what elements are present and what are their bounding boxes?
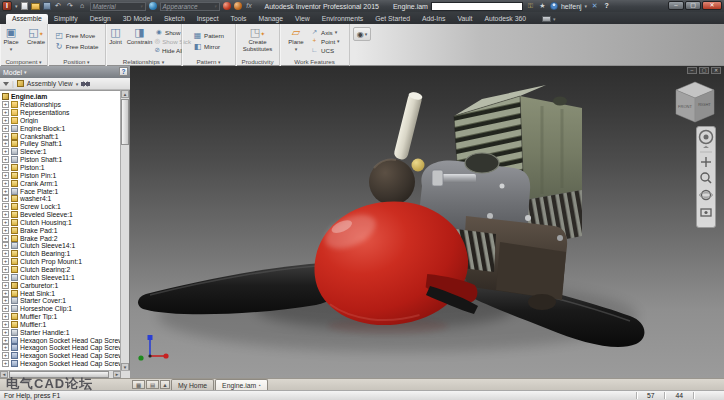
- assembly-view-selector[interactable]: Assembly View: [27, 80, 73, 87]
- ribbon-tab-tools[interactable]: Tools: [225, 14, 253, 24]
- 3d-scene[interactable]: [130, 66, 724, 378]
- redo-icon[interactable]: ↷: [66, 2, 75, 10]
- tree-item[interactable]: +Sleeve:1: [0, 148, 121, 156]
- tile-windows-button[interactable]: ▤: [146, 380, 159, 389]
- tree-expander-icon[interactable]: +: [2, 140, 9, 147]
- help-icon[interactable]: ?: [602, 2, 611, 10]
- panel-label-component[interactable]: Component ▾: [0, 57, 47, 66]
- tree-expander-icon[interactable]: +: [2, 180, 9, 187]
- tree-item[interactable]: +Crankshaft:1: [0, 132, 121, 140]
- tree-expander-icon[interactable]: +: [2, 219, 9, 226]
- tree-expander-icon[interactable]: +: [2, 195, 9, 202]
- tree-item[interactable]: +Hexagon Socket Head Cap Screw - Inch No…: [0, 360, 121, 368]
- point-button[interactable]: + Point ▾: [309, 37, 345, 45]
- tree-item[interactable]: +Starter Cover:1: [0, 297, 121, 305]
- create-button[interactable]: ◱✦ Create: [24, 25, 48, 57]
- tree-item[interactable]: +Crank Arm:1: [0, 179, 121, 187]
- tree-expander-icon[interactable]: +: [2, 250, 9, 257]
- muffler[interactable]: [369, 159, 415, 205]
- tree-expander-icon[interactable]: +: [2, 360, 9, 367]
- create-substitutes-button[interactable]: ◳✦ Create Substitutes: [238, 25, 278, 57]
- tab-close-icon[interactable]: ▪: [259, 382, 261, 388]
- imate-glyph-button[interactable]: ◉▾: [353, 27, 371, 41]
- tree-item[interactable]: +Piston Shaft:1: [0, 156, 121, 164]
- close-button[interactable]: ✕: [702, 1, 722, 10]
- tree-item[interactable]: +Clutch Bearing:2: [0, 266, 121, 274]
- panel-label-relationships[interactable]: Relationships ▾: [106, 57, 181, 66]
- hide-all-button[interactable]: ⊘ Hide All: [154, 46, 182, 54]
- tree-expander-icon[interactable]: +: [2, 329, 9, 336]
- tree-expander-icon[interactable]: +: [2, 290, 9, 297]
- inventor-logo-icon[interactable]: I: [2, 1, 12, 11]
- tree-item[interactable]: +Horseshoe Clip:1: [0, 305, 121, 313]
- user-menu-arrow-icon[interactable]: ▾: [585, 3, 588, 9]
- tree-expander-icon[interactable]: +: [2, 274, 9, 281]
- home-icon[interactable]: ⌂: [78, 2, 87, 10]
- zoom-icon[interactable]: [701, 173, 711, 183]
- clear-override-icon[interactable]: [234, 2, 242, 10]
- tree-item[interactable]: +Representations: [0, 109, 121, 117]
- tree-item[interactable]: +Muffler Tip:1: [0, 313, 121, 321]
- tree-item[interactable]: +Hexagon Socket Head Cap Screw - Inch No…: [0, 344, 121, 352]
- doc-minimize-button[interactable]: –: [687, 67, 697, 74]
- constrain-button[interactable]: ◨ Constrain: [127, 25, 153, 57]
- tree-expander-icon[interactable]: +: [2, 321, 9, 328]
- tree-item[interactable]: +washer4:1: [0, 195, 121, 203]
- tree-expander-icon[interactable]: +: [2, 172, 9, 179]
- minimize-button[interactable]: –: [668, 1, 684, 10]
- tree-item[interactable]: +Heat Sink:1: [0, 289, 121, 297]
- ribbon-tab-vault[interactable]: Vault: [451, 14, 478, 24]
- ucs-button[interactable]: ∟ UCS: [309, 46, 345, 54]
- material-combo[interactable]: Material ▾: [90, 2, 146, 11]
- navbar-expand-icon[interactable]: [703, 146, 709, 148]
- tree-expander-icon[interactable]: +: [2, 211, 9, 218]
- ribbon-tab-environments[interactable]: Environments: [316, 14, 370, 24]
- filter-icon[interactable]: [3, 82, 9, 86]
- show-sick-button[interactable]: ◎ Show Sick: [154, 37, 182, 45]
- orbit-icon[interactable]: [700, 191, 713, 200]
- tree-expander-icon[interactable]: +: [2, 242, 9, 249]
- tree-item[interactable]: +Relationships: [0, 101, 121, 109]
- tree-item[interactable]: +Beveled Sleeve:1: [0, 211, 121, 219]
- tree-expander-icon[interactable]: +: [2, 344, 9, 351]
- parameters-fx-icon[interactable]: fx: [245, 2, 254, 10]
- app-menu-dropdown-icon[interactable]: ▾: [15, 3, 18, 9]
- pattern-button[interactable]: ▦ Pattern: [192, 31, 225, 41]
- save-icon[interactable]: [43, 2, 51, 10]
- tree-item[interactable]: Engine.iam: [0, 93, 121, 101]
- favorites-star-icon[interactable]: ★: [538, 2, 547, 10]
- tree-expander-icon[interactable]: +: [2, 203, 9, 210]
- mirror-button[interactable]: ◧ Mirror: [192, 42, 225, 52]
- show-button[interactable]: ◉ Show: [154, 28, 182, 36]
- tree-item[interactable]: +Carburetor:1: [0, 281, 121, 289]
- fuel-tube[interactable]: [393, 91, 423, 161]
- tree-item[interactable]: +Clutch Sleeve11:1: [0, 273, 121, 281]
- tree-item[interactable]: +Face Plate:1: [0, 187, 121, 195]
- tree-item[interactable]: +Hexagon Socket Head Cap Screw - Inch No…: [0, 352, 121, 360]
- tree-expander-icon[interactable]: +: [2, 305, 9, 312]
- tree-item[interactable]: +Clutch Bearing:1: [0, 250, 121, 258]
- vertical-scroll-thumb[interactable]: [121, 99, 129, 145]
- search-input[interactable]: [431, 2, 523, 11]
- tree-item[interactable]: +Starter Handle:1: [0, 328, 121, 336]
- tab-my-home[interactable]: My Home: [171, 379, 214, 390]
- tree-item[interactable]: +Brake Pad:2: [0, 234, 121, 242]
- tab-overflow-button[interactable]: ▲: [160, 380, 170, 389]
- panel-label-position[interactable]: Position ▾: [48, 57, 105, 66]
- tree-item[interactable]: +Piston:1: [0, 164, 121, 172]
- look-at-icon[interactable]: [701, 209, 711, 216]
- tree-expander-icon[interactable]: +: [2, 109, 9, 116]
- steering-wheel-icon[interactable]: [700, 131, 713, 144]
- ribbon-tab-autodesk-360[interactable]: Autodesk 360: [478, 14, 532, 24]
- tree-expander-icon[interactable]: +: [2, 266, 9, 273]
- tree-expander-icon[interactable]: +: [2, 164, 9, 171]
- tree-expander-icon[interactable]: +: [2, 282, 9, 289]
- tree-item[interactable]: +Clutch Housing:1: [0, 219, 121, 227]
- tree-expander-icon[interactable]: +: [2, 101, 9, 108]
- plane-button[interactable]: ▱ Plane ▾: [284, 25, 308, 57]
- scroll-up-icon[interactable]: ▲: [121, 90, 129, 98]
- view-cube[interactable]: FRONT RIGHT: [673, 80, 717, 124]
- panel-label-pattern[interactable]: Pattern ▾: [182, 57, 235, 66]
- free-rotate-button[interactable]: ↻ Free Rotate: [54, 42, 100, 52]
- tree-expander-icon[interactable]: +: [2, 125, 9, 132]
